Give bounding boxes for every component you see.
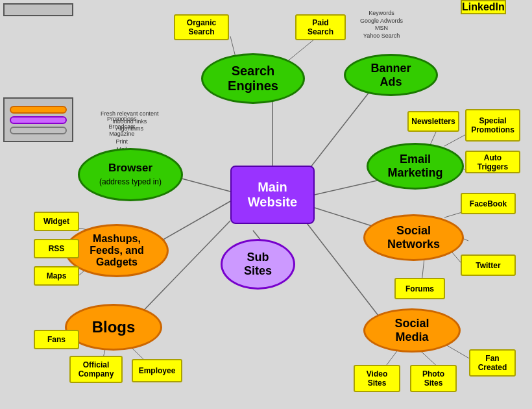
linkedin-node: LinkedIn — [461, 0, 506, 14]
newsletters-node: Newsletters — [407, 111, 459, 132]
social-media-node: SocialMedia — [363, 308, 461, 353]
auto-triggers-label: AutoTriggers — [478, 153, 508, 171]
mashups-node: Mashups,Feeds, andGadgets — [65, 224, 169, 277]
widget-node: Widget — [34, 212, 79, 231]
social-networks-node: SocialNetworks — [363, 214, 464, 261]
facebook-label: FaceBook — [470, 199, 507, 208]
photo-sites-label: PhotoSites — [422, 369, 444, 388]
photo-sites-node: PhotoSites — [410, 365, 457, 392]
main-website-label: MainWebsite — [248, 180, 297, 210]
fan-created-node: FanCreated — [469, 349, 516, 377]
official-company-node: OfficialCompany — [69, 356, 123, 383]
label-search-keywords: Keywords Google Adwords MSN Yahoo Search — [360, 10, 403, 40]
twitter-node: Twitter — [461, 254, 516, 276]
forums-label: Forums — [405, 284, 434, 293]
video-sites-node: VideoSites — [354, 365, 400, 392]
twitter-label: Twitter — [476, 261, 500, 270]
social-media-label: SocialMedia — [394, 317, 429, 344]
rss-node: RSS — [34, 239, 79, 258]
newsletters-label: Newsletters — [411, 117, 455, 126]
fans-node: Fans — [34, 330, 79, 349]
svg-line-2 — [315, 179, 386, 195]
svg-line-1 — [302, 83, 376, 179]
legend-box — [3, 97, 73, 142]
official-company-label: OfficialCompany — [79, 360, 114, 378]
legend-increases — [10, 106, 67, 114]
auto-triggers-node: AutoTriggers — [465, 151, 520, 173]
special-promotions-node: SpecialPromotions — [465, 109, 520, 142]
forums-node: Forums — [394, 278, 445, 299]
employee-label: Employee — [139, 366, 176, 375]
blogs-label: Blogs — [92, 318, 136, 336]
employee-node: Employee — [132, 359, 182, 382]
mashups-label: Mashups,Feeds, andGadgets — [90, 233, 144, 268]
search-engines-node: SearchEngines — [201, 53, 305, 104]
sub-sites-label: SubSites — [244, 251, 272, 278]
email-marketing-node: EmailMarketing — [367, 143, 464, 190]
svg-line-7 — [162, 201, 230, 240]
maps-node: Maps — [34, 266, 79, 286]
social-networks-label: SocialNetworks — [387, 224, 440, 251]
video-sites-label: VideoSites — [367, 369, 387, 388]
widget-label: Widget — [43, 217, 69, 226]
svg-line-8 — [182, 179, 230, 192]
linkedin-label: LinkedIn — [462, 1, 505, 13]
organic-search-label: OrganicSearch — [187, 18, 216, 36]
search-engines-label: SearchEngines — [228, 64, 278, 93]
email-marketing-label: EmailMarketing — [387, 153, 442, 180]
blogs-node: Blogs — [65, 304, 162, 351]
sub-sites-node: SubSites — [221, 239, 295, 290]
maps-label: Maps — [47, 271, 67, 280]
banner-ads-node: BannerAds — [344, 54, 438, 96]
main-website-node: MainWebsite — [230, 166, 315, 224]
organic-search-node: OrganicSearch — [174, 14, 229, 40]
browser-label: Browser(address typed in) — [99, 162, 162, 188]
special-promotions-label: SpecialPromotions — [471, 116, 514, 134]
facebook-node: FaceBook — [461, 193, 516, 214]
banner-ads-label: BannerAds — [370, 62, 411, 89]
legend-unknown — [10, 127, 67, 134]
fans-label: Fans — [47, 335, 66, 344]
fan-created-label: FanCreated — [478, 354, 507, 372]
browser-node: Browser(address typed in) — [78, 148, 183, 201]
legend-increases-decreases — [10, 116, 67, 124]
paid-search-node: PaidSearch — [295, 14, 346, 40]
rss-label: RSS — [49, 244, 65, 253]
paid-search-label: PaidSearch — [308, 18, 333, 36]
title-box — [3, 3, 73, 16]
